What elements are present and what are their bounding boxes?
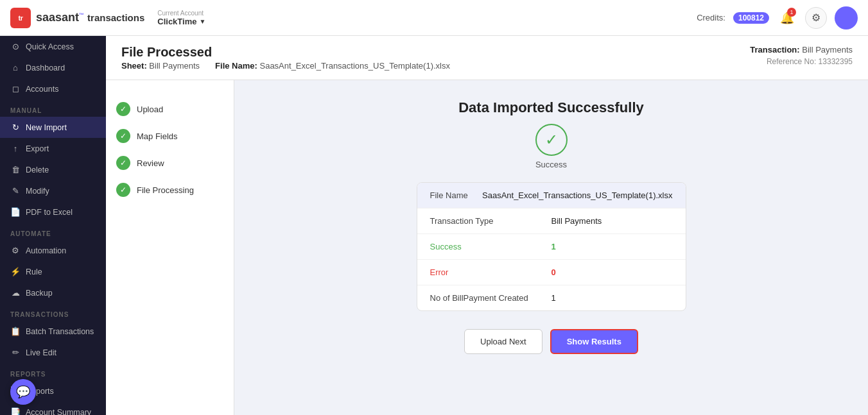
billpayment-value: 1 [551,293,673,303]
rule-icon: ⚡ [10,267,21,276]
sidebar-item-label: Batch Transactions [26,327,94,336]
notification-button[interactable]: 🔔 1 [777,8,797,28]
step-label-map-fields: Map Fields [137,131,178,141]
show-results-button[interactable]: Show Results [550,329,638,354]
sidebar-item-batch-transactions[interactable]: 📋 Batch Transactions [0,321,106,342]
credits-badge: 100812 [733,12,769,24]
step-label-file-processing: File Processing [137,185,194,195]
chevron-down-icon: ▼ [199,18,205,25]
delete-icon: 🗑 [10,165,21,174]
page-meta: Sheet: Bill Payments File Name: SaasAnt_… [121,61,450,71]
batch-icon: 📋 [10,326,21,336]
billpayment-label: No of BillPayment Created [430,293,551,303]
sidebar-item-account-summary[interactable]: 📑 Account Summary [0,402,106,415]
results-row-transaction-type: Transaction Type Bill Payments [417,208,686,234]
sidebar-item-label: Account Summary [26,408,91,416]
sidebar-item-label: Quick Access [26,42,74,51]
sidebar-item-label: Rule [26,267,42,276]
notification-badge: 1 [787,8,796,17]
step-check-review: ✓ [116,156,130,170]
results-row-filename: File Name SaasAnt_Excel_Transactions_US_… [417,183,686,208]
sidebar-item-dashboard[interactable]: ⌂ Dashboard [0,57,106,78]
logo-icon: tr [10,8,31,28]
success-count-value: 1 [551,242,673,251]
step-file-processing: ✓ File Processing [116,176,223,203]
results-row-billpayment: No of BillPayment Created 1 [417,285,686,310]
main-content: File Processed Sheet: Bill Payments File… [106,36,868,415]
step-review: ✓ Review [116,149,223,176]
sidebar-item-label: Dashboard [26,64,65,72]
settings-button[interactable]: ⚙ [805,7,827,29]
layout: ⊙ Quick Access ⌂ Dashboard ◻ Accounts MA… [0,36,868,415]
sidebar-item-new-import[interactable]: ↻ New Import [0,117,106,138]
logo-text-wrap: saasant™ transactions [36,11,144,24]
header-left: tr saasant™ transactions Current Account… [10,8,205,28]
sidebar-item-label: Export [26,144,49,153]
sidebar-item-label: Backup [26,289,53,298]
sidebar-section-transactions: TRANSACTIONS [0,303,106,321]
error-count-label: Error [430,267,551,277]
avatar[interactable] [835,6,858,30]
sidebar-item-pdf-to-excel[interactable]: 📄 PDF to Excel [0,201,106,223]
sidebar-item-backup[interactable]: ☁ Backup [0,282,106,303]
success-icon: ✓ [535,124,568,156]
sidebar-item-live-edit[interactable]: ✏ Live Edit [0,342,106,363]
filename-label: File Name [430,191,483,200]
current-account: Current Account ClickTime ▼ [157,10,205,26]
step-label-review: Review [137,158,164,168]
step-check-file-processing: ✓ [116,183,130,197]
sidebar-item-label: Modify [26,187,49,196]
success-count-label: Success [430,242,551,251]
sidebar-item-export[interactable]: ↑ Export [0,138,106,159]
credits-label: Credits: [697,13,725,22]
content-area: ✓ Upload ✓ Map Fields ✓ Review ✓ File Pr… [106,80,868,415]
sidebar-item-label: Accounts [26,85,58,94]
results-table: File Name SaasAnt_Excel_Transactions_US_… [417,182,686,311]
steps-panel: ✓ Upload ✓ Map Fields ✓ Review ✓ File Pr… [106,80,234,415]
sidebar-item-delete[interactable]: 🗑 Delete [0,159,106,180]
upload-next-button[interactable]: Upload Next [464,329,542,354]
page-header-left: File Processed Sheet: Bill Payments File… [121,45,450,71]
automation-icon: ⚙ [10,246,21,255]
step-upload: ✓ Upload [116,96,223,123]
results-row-error: Error 0 [417,260,686,285]
error-count-value: 0 [551,267,673,277]
sidebar-item-automation[interactable]: ⚙ Automation [0,240,106,261]
sidebar-item-label: Automation [26,246,66,255]
page-title: File Processed [121,45,450,60]
sidebar-item-rule[interactable]: ⚡ Rule [0,261,106,282]
page-header-right: Transaction: Bill Payments Reference No:… [750,45,853,66]
sidebar-item-label: Live Edit [26,348,56,357]
transaction-type-value: Bill Payments [551,216,673,226]
export-icon: ↑ [10,144,21,153]
success-status-label: Success [535,160,567,169]
sidebar-section-reports: REPORTS [0,363,106,380]
sidebar-item-modify[interactable]: ✎ Modify [0,180,106,201]
sidebar-item-quick-access[interactable]: ⊙ Quick Access [0,36,106,57]
pdf-icon: 📄 [10,207,21,217]
sidebar: ⊙ Quick Access ⌂ Dashboard ◻ Accounts MA… [0,36,106,415]
account-summary-icon: 📑 [10,407,21,415]
step-check-map-fields: ✓ [116,129,130,143]
current-account-value[interactable]: ClickTime ▼ [157,17,205,26]
results-row-success: Success 1 [417,234,686,260]
live-edit-icon: ✏ [10,348,21,357]
checkmark-icon: ✓ [545,131,558,149]
sidebar-section-manual: MANUAL [0,99,106,117]
step-map-fields: ✓ Map Fields [116,123,223,149]
step-label-upload: Upload [137,105,163,114]
header-right: Credits: 100812 🔔 1 ⚙ [697,6,858,30]
sidebar-item-accounts[interactable]: ◻ Accounts [0,78,106,99]
page-header: File Processed Sheet: Bill Payments File… [106,36,868,80]
sidebar-item-label: Delete [26,165,49,174]
results-panel: Data Imported Successfully ✓ Success Fil… [234,80,868,415]
action-buttons: Upload Next Show Results [464,329,638,354]
gear-icon: ⚙ [812,12,820,24]
step-check-upload: ✓ [116,102,130,116]
sheet-meta: Sheet: Bill Payments [121,61,200,71]
backup-icon: ☁ [10,288,21,298]
sidebar-section-automate: AUTOMATE [0,223,106,240]
current-account-label: Current Account [157,10,205,17]
chat-bubble[interactable]: 💬 [10,379,36,405]
transaction-type-label: Transaction Type [430,216,551,226]
